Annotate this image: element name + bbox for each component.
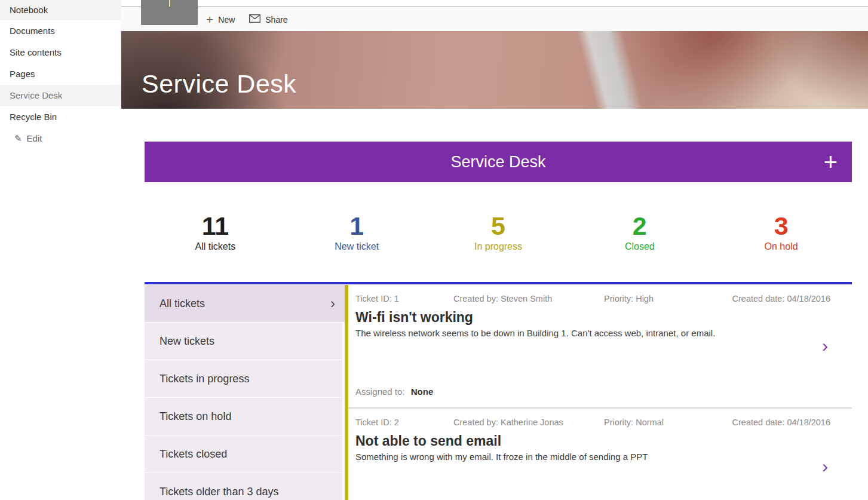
ticket-meta-row: Ticket ID: 1 Created by: Steven Smith Pr… — [348, 285, 852, 303]
overlay-sliver — [169, 0, 170, 7]
filter-tickets-in-progress[interactable]: Tickets in progress — [145, 360, 342, 397]
stat-value: 5 — [428, 212, 569, 240]
filter-label: All tickets — [160, 297, 205, 309]
filter-tickets-on-hold[interactable]: Tickets on hold — [145, 398, 342, 435]
ticket-list: Ticket ID: 1 Created by: Steven Smith Pr… — [348, 285, 852, 500]
assigned-to-value: None — [411, 386, 434, 397]
stat-label: Closed — [569, 241, 710, 252]
sidebar-item-service-desk[interactable]: Service Desk — [0, 85, 121, 106]
app-header: Service Desk + — [145, 142, 852, 182]
filter-label: Tickets older than 3 days — [160, 486, 278, 498]
ticket-title: Not able to send email — [355, 433, 852, 449]
sidebar-item-pages[interactable]: Pages — [0, 63, 121, 85]
chevron-right-icon[interactable]: › — [822, 456, 828, 477]
stat-value: 2 — [569, 212, 710, 240]
stat-closed[interactable]: 2 Closed — [569, 212, 710, 252]
filter-label: Tickets in progress — [160, 373, 249, 385]
page-title: Service Desk — [142, 69, 296, 99]
app-title: Service Desk — [450, 153, 545, 171]
filter-label: Tickets on hold — [160, 410, 231, 422]
ticket-description: The wireless network seems to be down in… — [355, 328, 852, 338]
share-button-label: Share — [265, 15, 287, 24]
chevron-right-icon: › — [330, 285, 335, 322]
ticket-created-by: Created by: Katherine Jonas — [453, 418, 604, 427]
stat-label: New ticket — [286, 241, 428, 252]
pencil-icon: ✎ — [14, 133, 22, 143]
ticket-description: Something is wrong with my email. It fro… — [355, 452, 852, 462]
ticket-filter-list: All tickets › New tickets Tickets in pro… — [145, 285, 345, 500]
filter-all-tickets[interactable]: All tickets › — [145, 285, 345, 322]
stat-label: On hold — [710, 241, 852, 252]
edit-links-button[interactable]: ✎Edit — [0, 128, 121, 149]
ticket-title: Wi-fi isn't working — [355, 309, 852, 326]
section-divider — [145, 282, 852, 284]
ticket-priority: Priority: High — [604, 294, 721, 303]
ticket-created-by: Created by: Steven Smith — [453, 294, 604, 303]
add-ticket-button[interactable]: + — [824, 150, 838, 174]
share-button[interactable]: Share — [249, 14, 287, 24]
ticket-meta-row: Ticket ID: 2 Created by: Katherine Jonas… — [348, 409, 852, 427]
top-strip — [121, 0, 868, 7]
filter-label: Tickets closed — [160, 448, 227, 460]
sidebar-item-notebook[interactable]: Notebook — [0, 0, 121, 20]
site-navigation-sidebar: Notebook Documents Site contents Pages S… — [0, 0, 121, 500]
filter-label: New tickets — [160, 335, 214, 347]
ticket-stats-row: 11 All tickets 1 New ticket 5 In progres… — [145, 182, 852, 282]
stat-in-progress[interactable]: 5 In progress — [428, 212, 569, 252]
filter-tickets-closed[interactable]: Tickets closed — [145, 435, 342, 473]
new-button-label: New — [218, 15, 235, 24]
stat-on-hold[interactable]: 3 On hold — [710, 212, 852, 252]
ticket-row-1[interactable]: Ticket ID: 1 Created by: Steven Smith Pr… — [348, 285, 852, 407]
stat-label: All tickets — [145, 241, 286, 252]
hero-banner-image: Service Desk — [121, 31, 868, 109]
ticket-id: Ticket ID: 2 — [355, 418, 453, 427]
filter-tickets-older-3-days[interactable]: Tickets older than 3 days — [145, 473, 342, 500]
chevron-right-icon[interactable]: › — [822, 336, 828, 356]
edit-label: Edit — [27, 133, 42, 143]
ticket-row-2[interactable]: Ticket ID: 2 Created by: Katherine Jonas… — [348, 409, 852, 500]
sidebar-item-documents[interactable]: Documents — [0, 20, 121, 42]
stat-value: 1 — [286, 212, 428, 240]
service-desk-page: Notebook Documents Site contents Pages S… — [0, 0, 868, 500]
stat-label: In progress — [428, 241, 569, 252]
ticket-id: Ticket ID: 1 — [355, 294, 453, 303]
plus-icon: + — [206, 13, 213, 26]
stat-all-tickets[interactable]: 11 All tickets — [145, 212, 286, 252]
stat-new-ticket[interactable]: 1 New ticket — [286, 212, 428, 252]
ticket-created-date: Created date: 04/18/2016 — [721, 294, 852, 303]
ticket-priority: Priority: Normal — [604, 418, 721, 427]
assigned-to-label: Assigned to: — [355, 386, 405, 397]
envelope-icon — [249, 14, 260, 24]
sidebar-item-recycle-bin[interactable]: Recycle Bin — [0, 106, 121, 128]
stat-value: 11 — [145, 212, 286, 240]
stat-value: 3 — [710, 212, 852, 240]
ticket-created-date: Created date: 04/18/2016 — [721, 418, 852, 427]
ticket-assigned-row: Assigned to: None — [355, 386, 433, 397]
filter-new-tickets[interactable]: New tickets — [145, 323, 342, 360]
sidebar-item-site-contents[interactable]: Site contents — [0, 42, 121, 63]
command-bar: + New Share — [121, 8, 868, 31]
new-button[interactable]: + New — [206, 13, 235, 26]
gray-overlay-box — [141, 0, 198, 25]
